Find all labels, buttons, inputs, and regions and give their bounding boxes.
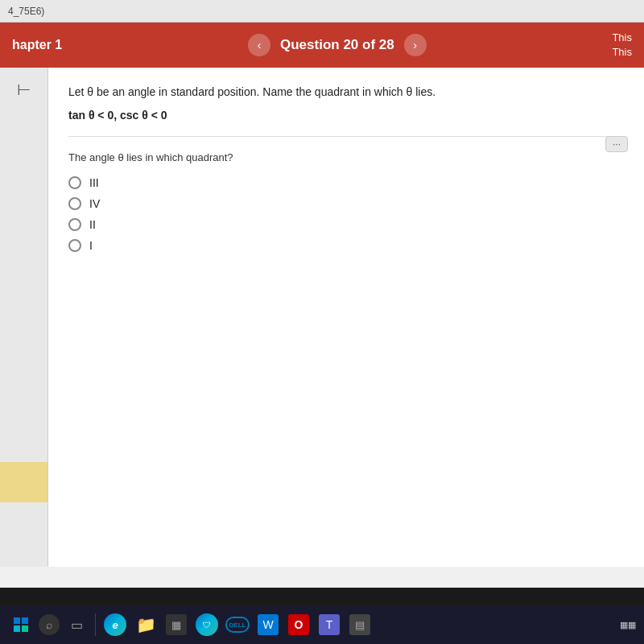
nav-right-line1: This (612, 31, 632, 45)
taskbar-search-button[interactable]: ⌕ (39, 614, 60, 635)
taskbar-separator (95, 613, 96, 636)
taskbar-blue-app-button[interactable]: W (255, 612, 281, 638)
sub-question-text: The angle θ lies in which quadrant? (68, 151, 624, 163)
question-condition: tan θ < 0, csc θ < 0 (68, 109, 624, 122)
next-question-button[interactable]: › (404, 34, 427, 56)
prev-arrow-icon: ‹ (258, 39, 262, 52)
taskbar-edge-button[interactable]: e (102, 612, 128, 638)
answer-option-I[interactable]: I (68, 239, 624, 252)
taskbar-shield-button[interactable]: 🛡 (194, 612, 220, 638)
section-divider (68, 136, 624, 137)
radio-IV[interactable] (68, 197, 81, 210)
dark2-icon: ▤ (349, 614, 370, 635)
taskbar-time: ▦▦ (620, 620, 636, 630)
sidebar-highlight (0, 462, 47, 502)
nav-right-line2: This (612, 45, 632, 60)
main-content: ⊢ Let θ be an angle in standard position… (0, 68, 644, 567)
answer-label-II: II (89, 218, 96, 231)
taskbar-dark-app-button[interactable]: ▦ (163, 612, 189, 638)
more-button[interactable]: ··· (605, 136, 628, 152)
taskbar-taskview-button[interactable]: ▭ (64, 613, 89, 637)
taskbar-files-button[interactable]: 📁 (133, 612, 159, 638)
answer-option-III[interactable]: III (68, 176, 624, 189)
dark-app-icon: ▦ (166, 614, 187, 635)
taskbar-dark2-button[interactable]: ▤ (347, 612, 373, 638)
answer-choices: III IV II I (68, 176, 624, 252)
windows-start-button[interactable] (8, 612, 34, 638)
nav-right-info: This This (612, 31, 632, 60)
answer-option-II[interactable]: II (68, 218, 624, 231)
nav-header: hapter 1 ‹ Question 20 of 28 › This This (0, 23, 644, 68)
next-arrow-icon: › (413, 39, 417, 52)
prev-question-button[interactable]: ‹ (248, 34, 270, 56)
browser-window: 4_75E6) hapter 1 ‹ Question 20 of 28 › T… (0, 0, 644, 588)
answer-label-IV: IV (89, 197, 100, 210)
office-icon: O (288, 614, 309, 635)
url-bar: 4_75E6) (0, 0, 644, 23)
chapter-label: hapter 1 (12, 38, 62, 52)
taskview-icon: ▭ (71, 617, 83, 633)
url-text: 4_75E6) (8, 6, 44, 17)
taskbar-teams-button[interactable]: T (316, 612, 342, 638)
folder-icon: 📁 (136, 615, 156, 634)
question-instruction: Let θ be an angle in standard position. … (68, 84, 624, 101)
content-panel: Let θ be an angle in standard position. … (48, 68, 644, 567)
radio-III[interactable] (68, 176, 81, 189)
taskbar-dell-button[interactable]: DELL (225, 612, 250, 638)
answer-option-IV[interactable]: IV (68, 197, 624, 210)
sidebar: ⊢ (0, 68, 48, 567)
collapse-icon[interactable]: ⊢ (17, 80, 31, 99)
nav-center: ‹ Question 20 of 28 › (248, 34, 427, 56)
blue-app-icon: W (258, 614, 279, 635)
taskbar-office-button[interactable]: O (286, 612, 312, 638)
answer-label-I: I (89, 239, 93, 252)
radio-II[interactable] (68, 218, 81, 231)
answer-label-III: III (89, 176, 99, 189)
radio-I[interactable] (68, 239, 81, 252)
screen-area: 4_75E6) hapter 1 ‹ Question 20 of 28 › T… (0, 0, 644, 644)
dell-icon: DELL (225, 617, 250, 633)
taskbar: ⌕ ▭ e 📁 ▦ 🛡 DELL (0, 605, 644, 644)
question-progress: Question 20 of 28 (280, 37, 394, 53)
search-icon: ⌕ (46, 618, 52, 631)
edge-icon: e (104, 613, 126, 636)
shield-icon: 🛡 (196, 613, 218, 636)
taskbar-right-area: ▦▦ (620, 620, 636, 630)
teams-icon: T (319, 614, 340, 635)
